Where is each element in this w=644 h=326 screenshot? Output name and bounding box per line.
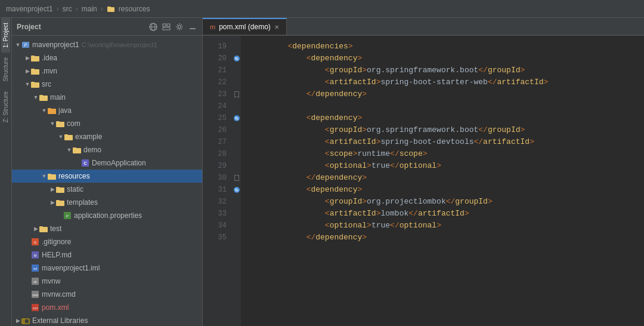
tree-item-src[interactable]: ▼ src — [12, 78, 202, 91]
tree-item-helpmd[interactable]: M HELP.md — [12, 248, 202, 262]
tree-item-main[interactable]: ▼ main — [12, 91, 202, 104]
tree-item-java[interactable]: ▼ java — [12, 104, 202, 117]
svg-rect-1 — [107, 7, 111, 8]
tree-item-mvnwcmd[interactable]: cmd mvnw.cmd — [12, 288, 202, 301]
code-line-24 — [250, 100, 634, 112]
tree-item-resources[interactable]: ▼ resources — [12, 170, 202, 183]
linenum-32: 32 — [203, 196, 233, 208]
tree-item-root[interactable]: ▼ P mavenproject1 C:\work\git\mavenproje… — [12, 38, 202, 51]
svg-rect-7 — [163, 27, 170, 30]
side-tab-z-structure[interactable]: Z: Structure — [1, 87, 10, 127]
svg-rect-25 — [64, 134, 68, 136]
side-tab-structure[interactable]: Structure — [1, 53, 10, 87]
tree-item-templates[interactable]: ▶ templates — [12, 196, 202, 209]
linenum-29: 29 — [203, 160, 233, 172]
mvn-label: .mvn — [42, 67, 57, 75]
code-line-29: <optional>true</optional> — [250, 160, 634, 172]
folder-static-icon — [56, 186, 64, 193]
tree-item-test[interactable]: ▶ test — [12, 222, 202, 235]
folder-resources-icon — [48, 173, 56, 180]
svg-rect-21 — [48, 108, 51, 110]
gutter-30 — [233, 172, 241, 184]
tree-item-static[interactable]: ▶ static — [12, 183, 202, 196]
tree-item-example[interactable]: ▼ example — [12, 130, 202, 143]
tree-item-gitignore[interactable]: G .gitignore — [12, 235, 202, 248]
linenum-23: 23 — [203, 88, 233, 100]
code-line-21: <groupId>org.springframework.boot</group… — [250, 64, 634, 76]
minimize-icon-btn[interactable] — [188, 22, 197, 32]
gutter-32 — [233, 196, 241, 208]
svg-rect-39 — [39, 226, 43, 228]
folder-java-icon — [48, 107, 56, 114]
git-icon: G — [31, 238, 39, 246]
project-tree[interactable]: ▼ P mavenproject1 C:\work\git\mavenproje… — [12, 36, 202, 326]
folder-com-icon — [56, 121, 64, 127]
tree-item-demoapplication[interactable]: C DemoApplication — [12, 156, 202, 170]
root-label: mavenproject1 — [32, 41, 79, 49]
tree-item-demo[interactable]: ▼ demo — [12, 143, 202, 156]
linenum-22: 22 — [203, 76, 233, 88]
svg-text:xml: xml — [33, 306, 38, 310]
code-content[interactable]: <dependencies> <dependency> <groupId>org… — [241, 36, 644, 326]
tab-xml-icon: m — [210, 23, 215, 30]
gutter-34 — [233, 220, 241, 232]
linenum-19: 19 — [203, 41, 233, 53]
tree-item-appprops[interactable]: P application.properties — [12, 209, 202, 222]
java-label: java — [58, 106, 72, 115]
linenum-31: 31 — [203, 184, 233, 196]
line-numbers: 19 20 21 22 23 24 25 26 27 28 29 30 31 3… — [203, 36, 233, 326]
linenum-33: 33 — [203, 208, 233, 220]
linenum-34: 34 — [203, 220, 233, 232]
demo-label: demo — [83, 146, 101, 154]
svg-rect-31 — [48, 174, 51, 176]
gitignore-label: .gitignore — [42, 238, 71, 246]
code-line-27: <artifactId>spring-boot-devtools</artifa… — [250, 136, 634, 148]
svg-rect-17 — [31, 82, 35, 84]
tree-item-mvnw[interactable]: sh mvnw — [12, 275, 202, 288]
folder-idea-icon — [31, 55, 39, 61]
demoapplication-label: DemoApplication — [92, 159, 146, 167]
side-tab-project[interactable]: 1: Project — [1, 18, 10, 53]
editor-area: m pom.xml (demo) ✕ 19 20 21 22 23 24 25 … — [203, 18, 644, 326]
lib-icon — [21, 316, 30, 325]
tree-item-pom[interactable]: xml pom.xml — [12, 301, 202, 314]
src-label: src — [42, 80, 51, 88]
breadcrumb-resources: resources — [119, 5, 150, 13]
code-line-19: <dependencies> — [250, 41, 634, 53]
tree-arrow-root: ▼ — [14, 42, 21, 48]
gutter-35 — [233, 232, 241, 244]
tree-item-iml[interactable]: iml mavenproject1.iml — [12, 262, 202, 275]
pom-label: pom.xml — [42, 303, 69, 312]
gear-icon-btn[interactable] — [175, 22, 184, 32]
md-icon: M — [31, 251, 39, 259]
tree-item-com[interactable]: ▼ com — [12, 117, 202, 130]
svg-text:cmd: cmd — [32, 293, 38, 297]
svg-rect-19 — [39, 95, 43, 97]
tree-arrow-com: ▼ — [49, 121, 56, 127]
svg-text:C: C — [83, 161, 86, 165]
tree-item-extlibs[interactable]: ▶ External Libraries — [12, 314, 202, 326]
linenum-27: 27 — [203, 136, 233, 148]
svg-rect-13 — [31, 56, 35, 57]
templates-label: templates — [67, 198, 98, 207]
breadcrumb-sep-2: › — [76, 5, 78, 13]
tree-item-mvn[interactable]: ▶ .mvn — [12, 64, 202, 78]
svg-point-8 — [178, 25, 181, 28]
tree-arrow-src: ▼ — [24, 81, 31, 87]
breadcrumb-src: src — [63, 5, 72, 13]
panel-header: Project — [12, 18, 202, 36]
tree-item-idea[interactable]: ▶ .idea — [12, 51, 202, 64]
linenum-25: 25 — [203, 112, 233, 124]
svg-text:M: M — [34, 254, 37, 257]
svg-text:P: P — [66, 214, 69, 218]
tree-arrow-resources: ▼ — [41, 173, 48, 179]
appprops-label: application.properties — [74, 211, 142, 220]
code-line-31: <dependency> — [250, 184, 634, 196]
layout-icon-btn[interactable] — [162, 22, 171, 32]
tab-close-btn[interactable]: ✕ — [274, 24, 279, 30]
helpmd-label: HELP.md — [42, 251, 72, 259]
code-line-25: <dependency> — [250, 112, 634, 124]
globe-icon-btn[interactable] — [148, 22, 158, 32]
tab-pom[interactable]: m pom.xml (demo) ✕ — [203, 18, 287, 35]
svg-rect-64 — [234, 175, 239, 181]
